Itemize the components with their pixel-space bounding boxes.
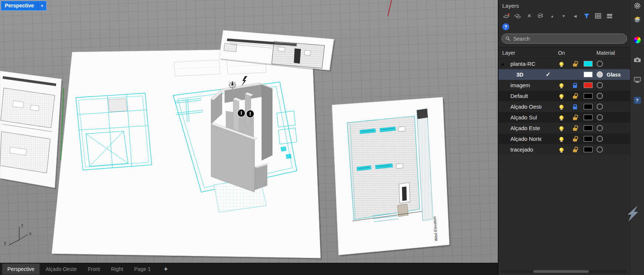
layer-row[interactable]: Alçado Este: [499, 123, 630, 133]
move-down-icon[interactable]: ▼: [560, 12, 568, 20]
search-input[interactable]: [513, 35, 623, 42]
viewport-title-label[interactable]: Perspective: [1, 1, 38, 10]
view-tab-perspective[interactable]: Perspective: [2, 264, 40, 275]
grid-view-icon[interactable]: [594, 12, 602, 20]
view-tab-page-1[interactable]: Page 1: [129, 264, 156, 275]
svg-text:!: !: [249, 111, 251, 117]
layer-on-toggle[interactable]: [555, 62, 568, 66]
viewport-title-dropdown[interactable]: ▼: [38, 1, 46, 10]
layer-on-toggle[interactable]: [555, 94, 568, 98]
view-tab-right[interactable]: Right: [106, 264, 128, 275]
compass-symbol: [228, 81, 237, 89]
layer-material-name: Glass: [604, 72, 630, 78]
layer-lock-toggle[interactable]: [568, 136, 581, 142]
layer-on-toggle[interactable]: [555, 126, 568, 130]
layer-color-swatch[interactable]: [584, 61, 593, 67]
layer-on-toggle[interactable]: [555, 137, 568, 141]
layer-row[interactable]: 3D ✓ Glass: [499, 69, 630, 80]
layer-lock-toggle[interactable]: [568, 61, 581, 67]
plugin-logo-icon: [625, 206, 641, 222]
add-view-tab-button[interactable]: +: [161, 265, 171, 273]
duplicate-layer-icon[interactable]: [537, 12, 545, 20]
layer-name[interactable]: tracejado: [506, 146, 541, 153]
layer-material-circle[interactable]: [597, 103, 603, 110]
viewport-title-button[interactable]: Perspective ▼: [1, 1, 47, 11]
layer-material-circle[interactable]: [597, 71, 603, 78]
layer-name[interactable]: imagem: [506, 82, 541, 88]
layer-color-swatch[interactable]: [584, 115, 593, 120]
layer-row[interactable]: Alçado Oeste: [499, 101, 630, 112]
layer-name[interactable]: Alçado Este: [506, 125, 541, 131]
layer-row[interactable]: Alçado Norte: [499, 133, 630, 144]
svg-text:!: !: [241, 110, 242, 116]
new-sublayer-icon[interactable]: [514, 12, 522, 20]
search-icon: [506, 36, 510, 41]
layers-table: Layer On Material ◢ planta-RC 3D ✓ Glass…: [499, 47, 630, 155]
view-tab-front[interactable]: Front: [83, 264, 105, 275]
layer-row[interactable]: tracejado: [499, 144, 630, 155]
column-header-on[interactable]: On: [555, 50, 568, 56]
layer-color-swatch[interactable]: [584, 72, 593, 77]
layer-material-circle[interactable]: [597, 82, 603, 88]
layer-row[interactable]: Alçado Sul: [499, 112, 630, 123]
layer-row[interactable]: ◢ planta-RC: [499, 58, 630, 69]
layer-lock-toggle[interactable]: [568, 147, 581, 152]
layer-on-toggle[interactable]: [555, 115, 568, 120]
column-header-layer[interactable]: Layer: [499, 50, 541, 56]
move-up-icon[interactable]: ▲: [548, 12, 556, 20]
layer-color-swatch[interactable]: [584, 93, 593, 99]
expand-arrow-icon[interactable]: ◢: [499, 62, 506, 66]
panel-menu-icon[interactable]: [606, 12, 614, 20]
layer-material-circle[interactable]: [597, 125, 603, 131]
layer-material-circle[interactable]: [597, 136, 603, 142]
layers-panel-tab-icon[interactable]: [633, 16, 641, 23]
lock-icon: [573, 139, 577, 142]
help-panel-tab-icon[interactable]: ?: [634, 97, 641, 104]
layer-material-circle[interactable]: [597, 146, 603, 153]
viewport-perspective[interactable]: ! !: [0, 0, 498, 263]
layer-lock-toggle[interactable]: [568, 126, 581, 131]
layer-on-toggle[interactable]: [555, 83, 568, 88]
snapshot-camera-tab-icon[interactable]: [634, 57, 641, 62]
view-tab-bar: PerspectiveAlçado OesteFrontRightPage 1 …: [0, 263, 498, 275]
column-header-material[interactable]: Material: [581, 50, 630, 56]
layer-color-swatch[interactable]: [584, 125, 593, 131]
view-tab-alçado-oeste[interactable]: Alçado Oeste: [40, 264, 82, 275]
layer-color-swatch[interactable]: [584, 147, 593, 152]
lightbulb-icon: [559, 115, 564, 120]
collapse-icon[interactable]: ◀: [571, 12, 579, 20]
layer-name[interactable]: Alçado Norte: [506, 136, 541, 142]
layer-name[interactable]: planta-RC: [506, 61, 541, 67]
layer-row[interactable]: imagem: [499, 80, 630, 91]
layer-search-box[interactable]: [502, 34, 627, 44]
layer-lock-toggle[interactable]: [568, 115, 581, 120]
display-color-tab-icon[interactable]: [634, 36, 641, 44]
layer-lock-toggle[interactable]: [568, 104, 581, 109]
layer-lock-toggle[interactable]: [568, 83, 581, 88]
layer-color-swatch[interactable]: [584, 82, 593, 88]
layer-name[interactable]: Default: [506, 93, 541, 99]
axis-gnomon: z x y: [4, 223, 31, 245]
layer-material-circle[interactable]: [597, 61, 603, 67]
layer-color-swatch[interactable]: [584, 136, 593, 142]
new-layer-icon[interactable]: [502, 12, 510, 20]
layer-material-circle[interactable]: [597, 114, 603, 120]
layer-color-swatch[interactable]: [584, 104, 593, 109]
layer-name[interactable]: Alçado Oeste: [506, 103, 541, 110]
layer-name[interactable]: Alçado Sul: [506, 114, 541, 120]
panel-horizontal-scrollbar[interactable]: [501, 270, 627, 273]
layer-name[interactable]: 3D: [506, 71, 541, 78]
help-icon[interactable]: ?: [502, 23, 509, 30]
filter-icon[interactable]: [583, 12, 591, 20]
viewport-canvas[interactable]: ! !: [0, 0, 498, 263]
layer-on-toggle[interactable]: [555, 105, 568, 109]
warning-badge: !: [238, 109, 245, 117]
delete-layer-icon[interactable]: ×: [525, 12, 533, 20]
gear-icon[interactable]: [634, 2, 641, 9]
layer-lock-toggle[interactable]: [568, 94, 581, 99]
layer-material-circle[interactable]: [597, 93, 603, 99]
display-monitor-tab-icon[interactable]: [634, 77, 641, 83]
layer-row[interactable]: Default: [499, 91, 630, 101]
layer-on-toggle[interactable]: [555, 147, 568, 152]
lock-icon: [573, 117, 577, 120]
